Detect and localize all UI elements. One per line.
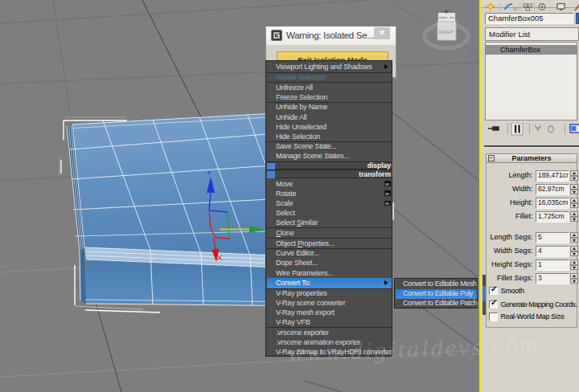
- svg-text:RIGHT: RIGHT: [439, 30, 454, 35]
- svg-text:z: z: [207, 169, 211, 176]
